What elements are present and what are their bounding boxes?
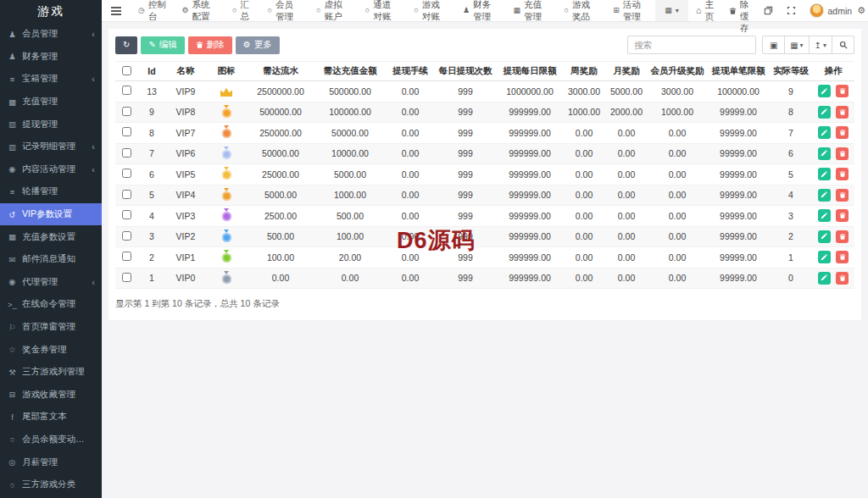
sidebar-item[interactable]: ✉ 邮件消息通知 — [0, 248, 102, 271]
sidebar-item[interactable]: ⊟ 游戏收藏管理 — [0, 384, 102, 407]
grid-dropdown-button[interactable]: ▦ ▾ — [655, 0, 688, 21]
row-edit-button[interactable] — [818, 126, 831, 139]
sidebar-item[interactable]: ▥ 提现管理 — [0, 113, 102, 136]
sidebar-item[interactable]: ○ 会员余额变动管理 — [0, 429, 102, 451]
sidebar-item[interactable]: ▥ 记录明细管理 ‹ — [0, 136, 102, 158]
copy-pages-icon[interactable] — [757, 0, 780, 21]
row-checkbox[interactable] — [122, 169, 131, 178]
row-edit-button[interactable] — [818, 106, 831, 119]
cell-flow: 50000.00 — [248, 143, 314, 164]
row-checkbox[interactable] — [122, 190, 131, 199]
select-all-checkbox[interactable] — [122, 66, 131, 75]
sidebar-item[interactable]: ≡ 轮播管理 — [0, 180, 102, 203]
export-button[interactable]: ↥ ▾ — [809, 36, 832, 54]
columns-button[interactable]: ▦ ▾ — [784, 36, 809, 54]
navbar-item[interactable]: ○ 游戏对账 — [406, 0, 455, 21]
sidebar-item-label: 会员管理 — [22, 28, 87, 40]
sidebar-item-label: VIP参数设置 — [22, 208, 91, 220]
row-delete-button[interactable] — [836, 272, 849, 285]
row-checkbox[interactable] — [122, 127, 131, 136]
navbar-item[interactable]: ○ 汇总 — [225, 0, 259, 21]
user-menu[interactable]: admin ⚙ — [803, 0, 868, 21]
row-edit-button[interactable] — [818, 230, 831, 243]
search-input[interactable] — [627, 36, 756, 54]
row-edit-button[interactable] — [818, 85, 831, 97]
table-row: 4 VIP3 2500.00 500.00 0.00 999 999999.00… — [115, 206, 854, 227]
home-button[interactable]: ⌂ 主页 — [688, 0, 721, 21]
hamburger-icon[interactable] — [102, 0, 131, 21]
navbar-item[interactable]: ○ 虚拟账户 — [309, 0, 358, 21]
cell-fee: 0.00 — [387, 143, 434, 164]
row-checkbox[interactable] — [122, 231, 131, 241]
cell-month-reward: 0.00 — [605, 247, 648, 268]
row-edit-button[interactable] — [818, 251, 831, 263]
more-button[interactable]: ⚙ 更多 — [236, 36, 280, 54]
sidebar-item[interactable]: f 尾部富文本 — [0, 406, 102, 429]
sidebar-item[interactable]: >_ 在线命令管理 — [0, 293, 102, 316]
row-checkbox[interactable] — [122, 210, 131, 219]
edit-button[interactable]: ✎ 编辑 — [141, 36, 184, 54]
sidebar-item[interactable]: ◉ 内容活动管理 ‹ — [0, 158, 102, 181]
sidebar-item[interactable]: ⚐ 首页弹窗管理 — [0, 316, 102, 339]
toggle-view-button[interactable]: ▣ — [762, 36, 785, 54]
sidebar-item[interactable]: ↺ VIP参数设置 — [0, 203, 102, 226]
row-checkbox[interactable] — [122, 148, 131, 158]
row-edit-button[interactable] — [818, 189, 831, 202]
sidebar-item[interactable]: ⚒ 三方游戏列管理 — [0, 361, 102, 384]
sidebar-item[interactable]: ♟ 财务管理 — [0, 46, 102, 69]
sidebar-item[interactable]: ○ 三方游戏分类 — [0, 473, 102, 496]
sidebar-item[interactable]: ▦ 充值管理 — [0, 91, 102, 113]
row-delete-button[interactable] — [836, 85, 849, 97]
column-header: 名称 — [166, 62, 205, 81]
sidebar-item[interactable]: ◉ 代理管理 ‹ — [0, 271, 102, 294]
clear-cache-button[interactable]: 清除缓存 — [721, 0, 757, 21]
navbar-item[interactable]: ○ 游戏奖品 — [557, 0, 606, 21]
navbar-item[interactable]: ◷ 控制台 — [131, 0, 174, 21]
table-row: 7 VIP6 50000.00 10000.00 0.00 999 999999… — [115, 143, 854, 164]
row-delete-button[interactable] — [836, 147, 849, 160]
sidebar-item[interactable]: ♟ 会员管理 ‹ — [0, 23, 102, 46]
navbar-item[interactable]: ○ 会员管理 — [259, 0, 309, 21]
refresh-button[interactable]: ↻ — [115, 36, 137, 54]
row-delete-button[interactable] — [836, 126, 849, 139]
row-checkbox[interactable] — [122, 86, 131, 95]
navbar-item[interactable]: ⊞ 活动管理 — [605, 0, 655, 21]
menu-icon: f — [7, 412, 18, 422]
navbar-item[interactable]: ♟ 财务管理 — [455, 0, 506, 21]
navbar-item[interactable]: ○ 通道对账 — [358, 0, 407, 21]
cell-id: 4 — [137, 206, 166, 227]
cell-daily-limit: 999999.00 — [497, 226, 563, 247]
row-checkbox[interactable] — [122, 273, 131, 282]
sidebar-item[interactable]: ≡ 宝箱管理 ‹ — [0, 68, 102, 91]
sidebar-item-label: 尾部富文本 — [22, 411, 91, 423]
fullscreen-icon[interactable] — [780, 0, 803, 21]
row-delete-button[interactable] — [836, 251, 849, 263]
navbar-item[interactable]: ⚙ 系统配置 — [174, 0, 225, 21]
row-delete-button[interactable] — [836, 230, 849, 243]
navbar-item[interactable]: ▦ 充值管理 — [506, 0, 557, 21]
search-toggle-button[interactable] — [832, 36, 854, 54]
row-delete-button[interactable] — [836, 106, 849, 119]
row-edit-button[interactable] — [818, 209, 831, 222]
row-checkbox[interactable] — [122, 107, 131, 116]
delete-button[interactable]: 删除 — [188, 36, 232, 54]
sidebar-item[interactable]: ☆ 奖金券管理 — [0, 338, 102, 361]
row-delete-button[interactable] — [836, 189, 849, 202]
cell-daily-times: 999 — [434, 102, 497, 123]
navbar-item-icon: ▦ — [514, 7, 521, 14]
sidebar-item[interactable]: ◎ 月薪管理 — [0, 451, 102, 473]
row-delete-button[interactable] — [836, 168, 849, 180]
row-checkbox[interactable] — [122, 252, 131, 261]
vip-medal-icon — [222, 212, 231, 221]
row-edit-button[interactable] — [818, 272, 831, 285]
row-edit-button[interactable] — [818, 168, 831, 180]
cell-recharge: 5000.00 — [314, 164, 387, 185]
cell-fee: 0.00 — [387, 185, 434, 206]
cell-daily-times: 999 — [434, 185, 497, 206]
cell-fee: 0.00 — [387, 102, 434, 123]
row-delete-button[interactable] — [836, 209, 849, 222]
navbar-item-icon: ○ — [414, 7, 418, 14]
navbar-item-label: 虚拟账户 — [325, 0, 350, 23]
row-edit-button[interactable] — [818, 147, 831, 160]
sidebar-item[interactable]: ▦ 充值参数设置 — [0, 225, 102, 248]
